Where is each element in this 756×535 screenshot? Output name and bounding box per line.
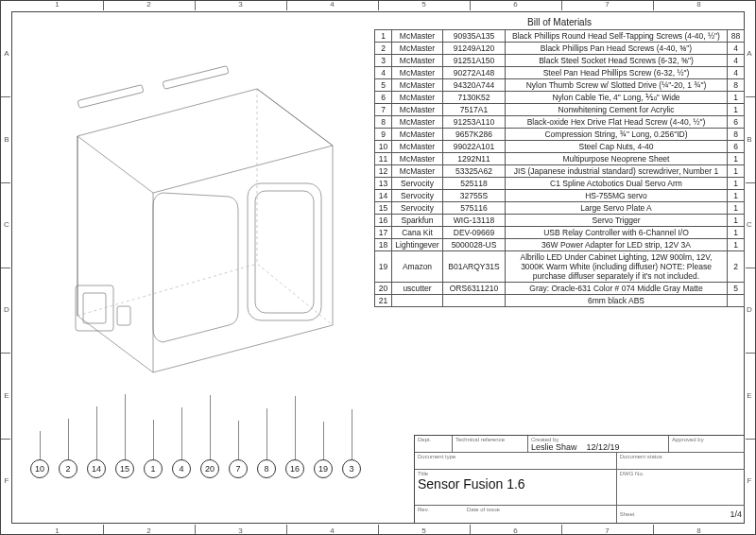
bom-row: 20uscutterORS6311210Gray: Oracle-631 Col… — [375, 283, 745, 295]
bom-row: 15Servocity575116Large Servo Plate A1 — [375, 202, 745, 215]
bom-cell-desc: Servo Trigger — [506, 215, 728, 227]
bom-cell-desc: Black-oxide Hex Drive Flat Head Screw (4… — [506, 116, 728, 129]
bom-cell-desc: Albrillo LED Under Cabinet Lighting, 12W… — [506, 251, 728, 283]
bom-cell-qty: 1 — [728, 227, 745, 239]
bom-cell-part: 1292N11 — [443, 153, 506, 165]
bom-cell-desc: Black Steel Socket Head Screws (6-32, ⅝"… — [506, 55, 728, 67]
bom-row: 17Cana KitDEV-09669USB Relay Controller … — [375, 227, 745, 239]
bom-cell-part: 7517A1 — [443, 104, 506, 116]
bom-row: 11McMaster1292N11Multipurpose Neoprene S… — [375, 153, 745, 165]
svg-marker-0 — [77, 89, 333, 372]
bom-cell-qty: 1 — [728, 215, 745, 227]
bom-cell-part: 7130K52 — [443, 92, 506, 104]
created-date: 12/12/19 — [587, 442, 620, 452]
bom-cell-ven: Servocity — [392, 190, 443, 202]
bom-cell-num: 4 — [375, 67, 392, 79]
bom-row: 7McMaster7517A1Nonwhitening Cement for A… — [375, 104, 745, 116]
bom-cell-part: 5000028-US — [443, 239, 506, 251]
bom-cell-qty: 4 — [728, 43, 745, 55]
balloon-callout: 3 — [342, 459, 361, 478]
bom-cell-ven: Amazon — [392, 251, 443, 283]
bom-cell-ven: Servocity — [392, 202, 443, 215]
bom-cell-num: 18 — [375, 239, 392, 251]
label-date: Date of issue — [467, 507, 500, 522]
bom-cell-part: 53325A62 — [443, 165, 506, 178]
bom-cell-desc: Nonwhitening Cement for Acrylic — [506, 104, 728, 116]
bom-cell-num: 10 — [375, 141, 392, 153]
balloon-callout: 15 — [115, 459, 134, 478]
label-rev: Rev. — [418, 507, 429, 522]
isometric-assembly-view — [21, 23, 361, 429]
bom-cell-desc: Nylon Thumb Screw w/ Slotted Drive (¼"-2… — [506, 79, 728, 92]
bom-row: 14Servocity32755SHS-755MG servo1 — [375, 190, 745, 202]
bom-cell-num: 13 — [375, 178, 392, 190]
bom-cell-ven: McMaster — [392, 141, 443, 153]
label-approved: Approved by — [672, 437, 742, 442]
bom-row: 8McMaster91253A110Black-oxide Hex Drive … — [375, 116, 745, 129]
svg-rect-6 — [77, 85, 144, 109]
bom-cell-num: 15 — [375, 202, 392, 215]
bom-cell-num: 19 — [375, 251, 392, 283]
title-block: Dept. Technical reference Created by Les… — [414, 435, 745, 524]
bom-cell-desc: Gray: Oracle-631 Color # 074 Middle Gray… — [506, 283, 728, 295]
bom-cell-qty: 1 — [728, 190, 745, 202]
created-by: Leslie Shaw — [531, 442, 577, 452]
bom-cell-part: DEV-09669 — [443, 227, 506, 239]
bom-cell-ven: Lightingever — [392, 239, 443, 251]
bom-cell-num: 3 — [375, 55, 392, 67]
svg-rect-7 — [163, 66, 229, 90]
bom-cell-part: 91253A110 — [443, 116, 506, 129]
bom-cell-ven: McMaster — [392, 43, 443, 55]
bom-row: 6McMaster7130K52Nylon Cable Tie, 4" Long… — [375, 92, 745, 104]
bom-cell-qty: 1 — [728, 202, 745, 215]
balloon-callout: 20 — [200, 459, 219, 478]
bom-row: 216mm black ABS — [375, 295, 745, 307]
bom-cell-ven: McMaster — [392, 129, 443, 141]
bom-cell-num: 20 — [375, 283, 392, 295]
bom-cell-qty — [728, 295, 745, 307]
bom-cell-part: 94320A744 — [443, 79, 506, 92]
bom-cell-ven: McMaster — [392, 67, 443, 79]
bom-cell-qty: 6 — [728, 141, 745, 153]
bom-row: 2McMaster91249A120Black Phillips Pan Hea… — [375, 43, 745, 55]
balloon-callout: 19 — [314, 459, 333, 478]
bom-cell-num: 7 — [375, 104, 392, 116]
bom-cell-ven: McMaster — [392, 153, 443, 165]
bom-cell-desc: 6mm black ABS — [506, 295, 728, 307]
bom-cell-part: 575116 — [443, 202, 506, 215]
balloon-callout: 2 — [59, 459, 77, 478]
balloon-callout: 1 — [144, 459, 163, 478]
bom-cell-desc: Large Servo Plate A — [506, 202, 728, 215]
bom-cell-desc: Multipurpose Neoprene Sheet — [506, 153, 728, 165]
bom-cell-ven: McMaster — [392, 92, 443, 104]
svg-rect-2 — [255, 191, 314, 313]
bom-cell-num: 16 — [375, 215, 392, 227]
drawing-title: Sensor Fusion 1.6 — [418, 476, 613, 492]
bom-cell-num: 8 — [375, 116, 392, 129]
bom-row: 9McMaster9657K286Compression String, ¾" … — [375, 129, 745, 141]
label-techref: Technical reference — [455, 437, 524, 442]
svg-rect-1 — [248, 183, 321, 320]
bom-row: 18Lightingever5000028-US36W Power Adapte… — [375, 239, 745, 251]
bom-cell-num: 21 — [375, 295, 392, 307]
bom-title: Bill of Materials — [374, 17, 745, 27]
bom-cell-num: 12 — [375, 165, 392, 178]
bom-cell-qty: 5 — [728, 283, 745, 295]
bom-cell-qty: 1 — [728, 165, 745, 178]
bom-cell-num: 5 — [375, 79, 392, 92]
bom-row: 4McMaster90272A148Steel Pan Head Phillip… — [375, 67, 745, 79]
bom-cell-part: 525118 — [443, 178, 506, 190]
bom-cell-ven: Sparkfun — [392, 215, 443, 227]
balloon-callout: 8 — [257, 459, 276, 478]
balloon-callout: 4 — [172, 459, 191, 478]
bom-cell-qty: 4 — [728, 55, 745, 67]
bom-row: 5McMaster94320A744Nylon Thumb Screw w/ S… — [375, 79, 745, 92]
label-sheet: Sheet — [620, 511, 635, 517]
bom-cell-qty: 6 — [728, 116, 745, 129]
bom-cell-desc: Steel Pan Head Phillips Screw (6-32, ½") — [506, 67, 728, 79]
bom-cell-num: 17 — [375, 227, 392, 239]
bom-cell-num: 11 — [375, 153, 392, 165]
bom-cell-ven: McMaster — [392, 116, 443, 129]
sheet-number: 1/4 — [730, 509, 742, 519]
bom-cell-num: 2 — [375, 43, 392, 55]
